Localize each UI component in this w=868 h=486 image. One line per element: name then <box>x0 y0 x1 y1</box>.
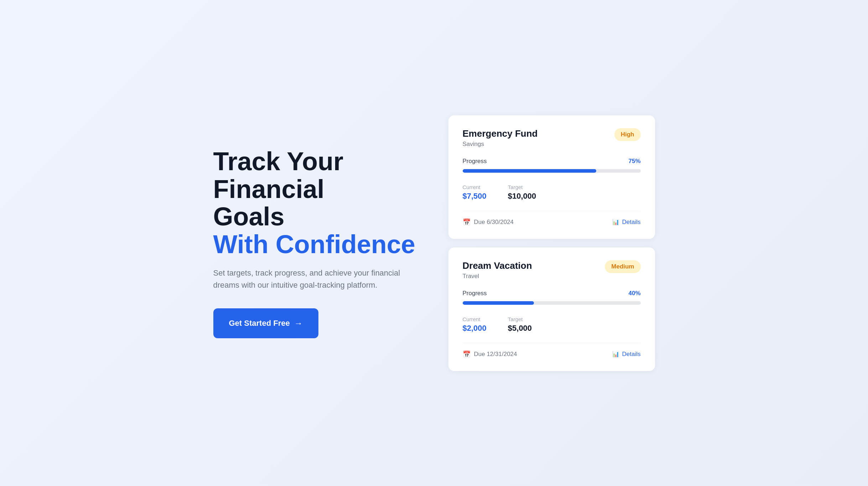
page-container: Track Your Financial Goals With Confiden… <box>185 94 684 392</box>
priority-badge-high: High <box>614 128 641 141</box>
details-label-2: Details <box>622 351 641 358</box>
calendar-icon: 📅 <box>463 218 471 226</box>
cards-section: Emergency Fund Savings High Progress 75%… <box>448 115 655 371</box>
current-label-2: Current <box>463 316 487 322</box>
progress-bar-bg-2 <box>463 301 641 305</box>
dream-vacation-card: Dream Vacation Travel Medium Progress 40… <box>448 247 655 371</box>
hero-title-line2: Goals <box>213 202 285 231</box>
details-label: Details <box>622 219 641 226</box>
hero-section: Track Your Financial Goals With Confiden… <box>213 148 420 338</box>
progress-percent: 75% <box>628 158 640 165</box>
progress-bar-bg <box>463 169 641 173</box>
chart-icon: 📊 <box>612 219 619 225</box>
emergency-fund-card: Emergency Fund Savings High Progress 75%… <box>448 115 655 239</box>
card-category-2: Travel <box>463 273 532 280</box>
progress-section-2: Progress 40% <box>463 290 641 305</box>
amounts-row-2: Current $2,000 Target $5,000 <box>463 315 641 333</box>
current-label: Current <box>463 184 487 190</box>
calendar-icon-2: 📅 <box>463 350 471 358</box>
card-title-2: Dream Vacation <box>463 260 532 271</box>
current-amount-group: Current $7,500 <box>463 184 487 201</box>
progress-section: Progress 75% <box>463 158 641 173</box>
target-amount-group: Target $10,000 <box>508 184 536 201</box>
hero-title-line1: Track Your Financial <box>213 147 344 203</box>
card-category: Savings <box>463 141 538 148</box>
progress-label-2: Progress <box>463 290 487 297</box>
due-date: 📅 Due 6/30/2024 <box>463 218 514 226</box>
details-link-2[interactable]: 📊 Details <box>612 351 641 358</box>
progress-label: Progress <box>463 158 487 165</box>
progress-bar-fill <box>463 169 596 173</box>
current-value-2: $2,000 <box>463 324 487 333</box>
arrow-icon: → <box>294 318 303 328</box>
chart-icon-2: 📊 <box>612 351 619 357</box>
get-started-button[interactable]: Get Started Free → <box>213 308 318 338</box>
due-date-2: 📅 Due 12/31/2024 <box>463 350 517 358</box>
hero-title: Track Your Financial Goals With Confiden… <box>213 148 420 258</box>
card-title: Emergency Fund <box>463 128 538 139</box>
amounts-row: Current $7,500 Target $10,000 <box>463 183 641 201</box>
hero-description: Set targets, track progress, and achieve… <box>213 267 413 291</box>
priority-badge-medium: Medium <box>605 260 640 273</box>
current-value: $7,500 <box>463 192 487 201</box>
target-label: Target <box>508 184 536 190</box>
target-amount-group-2: Target $5,000 <box>508 316 532 333</box>
hero-title-accent: With Confidence <box>213 231 420 258</box>
progress-header: Progress 75% <box>463 158 641 165</box>
due-date-text: Due 6/30/2024 <box>474 219 514 226</box>
card-title-group: Emergency Fund Savings <box>463 128 538 148</box>
progress-header-2: Progress 40% <box>463 290 641 297</box>
card-footer-2: 📅 Due 12/31/2024 📊 Details <box>463 343 641 358</box>
cta-label: Get Started Free <box>229 319 290 328</box>
target-value: $10,000 <box>508 192 536 201</box>
card-title-group-2: Dream Vacation Travel <box>463 260 532 280</box>
target-value-2: $5,000 <box>508 324 532 333</box>
details-link[interactable]: 📊 Details <box>612 219 641 226</box>
card-header: Emergency Fund Savings High <box>463 128 641 148</box>
target-label-2: Target <box>508 316 532 322</box>
progress-bar-fill-2 <box>463 301 534 305</box>
current-amount-group-2: Current $2,000 <box>463 316 487 333</box>
progress-percent-2: 40% <box>628 290 640 297</box>
card-header-2: Dream Vacation Travel Medium <box>463 260 641 280</box>
due-date-text-2: Due 12/31/2024 <box>474 351 517 358</box>
card-footer: 📅 Due 6/30/2024 📊 Details <box>463 211 641 226</box>
